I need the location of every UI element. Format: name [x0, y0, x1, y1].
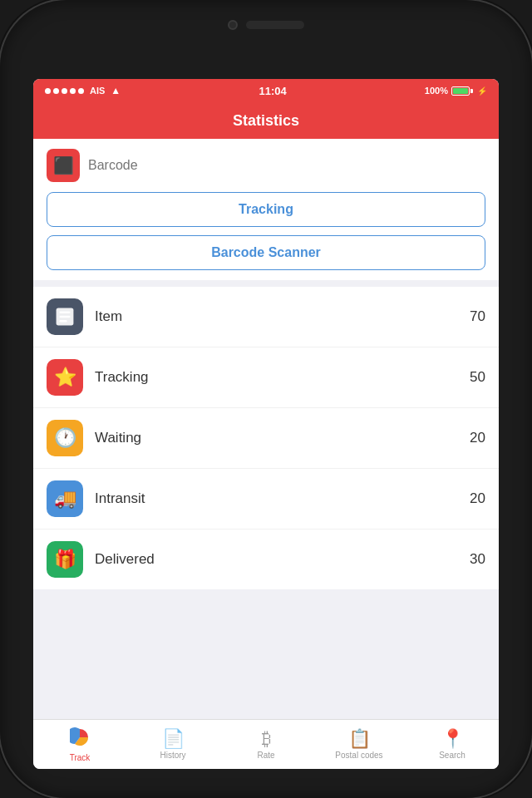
- svg-rect-2: [60, 316, 71, 318]
- barcode-icon-wrapper: ⬛: [47, 149, 80, 182]
- search-icon: 📍: [441, 730, 464, 748]
- carrier-name: AIS: [90, 86, 105, 96]
- history-icon: 📄: [162, 730, 185, 748]
- rate-icon: ₿: [262, 730, 271, 748]
- track-icon: [70, 727, 90, 751]
- status-right: 100% ⚡: [425, 86, 487, 96]
- stat-row-waiting[interactable]: 🕐Waiting20: [33, 408, 499, 469]
- tab-history-label: History: [160, 751, 185, 760]
- barcode-input-row: ⬛: [47, 149, 485, 182]
- tab-track-label: Track: [70, 753, 91, 762]
- status-left: AIS ▲: [45, 85, 121, 96]
- stat-row-intransit[interactable]: 🚚Intransit20: [33, 469, 499, 530]
- intransit-count: 20: [470, 490, 485, 507]
- tab-track[interactable]: Track: [33, 727, 126, 762]
- waiting-count: 20: [470, 430, 485, 446]
- battery-fill: [453, 88, 468, 94]
- tab-postal[interactable]: 📋 Postal codes: [313, 730, 406, 760]
- svg-rect-3: [60, 320, 67, 323]
- tab-search-label: Search: [439, 751, 466, 760]
- waiting-icon: 🕐: [47, 420, 83, 456]
- barcode-input[interactable]: [88, 158, 485, 173]
- waiting-name: Waiting: [95, 430, 458, 446]
- signal-dot-2: [53, 88, 59, 94]
- delivered-icon: 🎁: [47, 541, 83, 578]
- speaker: [246, 21, 304, 29]
- signal-dot-5: [78, 88, 84, 94]
- wifi-icon: ▲: [111, 85, 121, 96]
- camera: [228, 20, 238, 30]
- status-bar: AIS ▲ 11:04 100% ⚡: [33, 79, 499, 102]
- scanner-button[interactable]: Barcode Scanner: [47, 235, 485, 270]
- item-name: Item: [95, 308, 458, 325]
- intransit-name: Intransit: [95, 490, 458, 507]
- delivered-count: 30: [470, 551, 485, 568]
- postal-icon: 📋: [348, 730, 371, 748]
- input-section: ⬛ Tracking Barcode Scanner: [33, 139, 499, 280]
- barcode-icon: ⬛: [53, 155, 74, 175]
- stat-row-item[interactable]: Item70: [33, 287, 499, 347]
- tab-postal-label: Postal codes: [335, 751, 382, 760]
- battery-body: [451, 86, 470, 96]
- signal-dot-1: [45, 88, 51, 94]
- battery-icon: [451, 86, 473, 96]
- tracking-count: 50: [470, 369, 485, 386]
- tab-history[interactable]: 📄 History: [126, 730, 219, 760]
- tab-rate[interactable]: ₿ Rate: [219, 730, 313, 760]
- phone-frame: AIS ▲ 11:04 100% ⚡ Statistics: [0, 0, 532, 798]
- charging-icon: ⚡: [477, 86, 487, 96]
- tracking-icon: ⭐: [47, 359, 83, 396]
- stat-row-tracking[interactable]: ⭐Tracking50: [33, 347, 499, 408]
- stats-section: Item70⭐Tracking50🕐Waiting20🚚Intransit20🎁…: [33, 287, 499, 589]
- signal-dots: [45, 88, 84, 94]
- tracking-button[interactable]: Tracking: [47, 192, 485, 227]
- delivered-name: Delivered: [95, 551, 458, 568]
- tracking-name: Tracking: [95, 369, 458, 386]
- tab-search[interactable]: 📍 Search: [406, 730, 499, 760]
- item-count: 70: [470, 308, 485, 325]
- stat-row-delivered[interactable]: 🎁Delivered30: [33, 530, 499, 589]
- page-title: Statistics: [233, 112, 299, 130]
- signal-dot-4: [70, 88, 76, 94]
- main-content: ⬛ Tracking Barcode Scanner Item70⭐Tracki…: [33, 139, 499, 719]
- battery-cap: [470, 89, 473, 93]
- tab-rate-label: Rate: [257, 751, 274, 760]
- intransit-icon: 🚚: [47, 480, 83, 517]
- top-bar: [183, 12, 349, 37]
- battery-percent: 100%: [425, 86, 448, 96]
- screen: AIS ▲ 11:04 100% ⚡ Statistics: [33, 79, 499, 769]
- svg-rect-1: [60, 312, 71, 314]
- tab-bar: Track 📄 History ₿ Rate 📋 Postal codes 📍 …: [33, 719, 499, 769]
- nav-bar: Statistics: [33, 102, 499, 139]
- status-time: 11:04: [259, 85, 286, 97]
- item-icon: [47, 298, 83, 335]
- signal-dot-3: [62, 88, 67, 94]
